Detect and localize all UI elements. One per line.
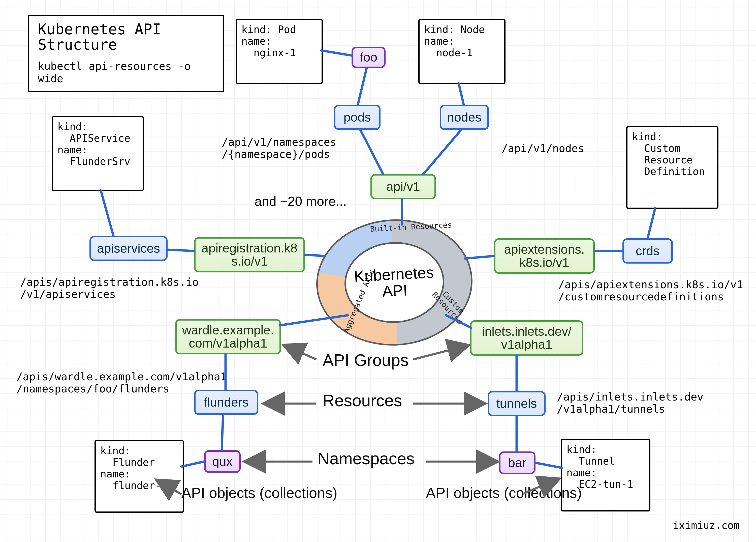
- card-flunder: kind: Flunder name: flunder-1: [95, 440, 184, 513]
- legend-api-groups: API Groups: [323, 351, 408, 370]
- legend-api-objects-left: API objects (collections): [181, 484, 337, 501]
- box-foo: foo: [352, 47, 386, 68]
- stack-pod: kind: Pod name: nginx-1: [236, 19, 311, 74]
- card-apiservice: kind: APIService name: FlunderSrv: [52, 116, 144, 191]
- card-crd: kind: Custom Resource Definition: [626, 126, 718, 209]
- box-nodes: nodes: [440, 105, 489, 130]
- path-crds: /apis/apiextensions.k8s.io/v1 /customres…: [558, 279, 743, 303]
- path-nodes: /api/v1/nodes: [501, 142, 584, 155]
- box-pods: pods: [334, 105, 381, 130]
- legend-api-objects-right: API objects (collections): [426, 484, 582, 501]
- box-bar: bar: [499, 452, 535, 474]
- box-inlets: inlets.inlets.dev/ v1alpha1: [470, 320, 583, 356]
- box-crds: crds: [622, 238, 673, 263]
- box-apiregistration: apiregistration.k8 s.io/v1: [194, 237, 305, 273]
- path-wardle: /apis/wardle.example.com/v1alpha1 /names…: [16, 371, 227, 395]
- path-pods: /api/v1/namespaces /{namespace}/pods: [222, 136, 336, 161]
- card-pod: kind: Pod name: nginx-1: [236, 19, 323, 84]
- card-node: kind: Node name: node-1: [418, 19, 506, 84]
- stack-node: kind: Node name: node-1: [418, 19, 494, 74]
- kubernetes-api-donut: Kubernetes API Built-in Resources Custom…: [313, 215, 476, 350]
- title-card: Kubernetes API Structure kubectl api-res…: [28, 15, 224, 92]
- box-apiv1: api/v1: [370, 174, 436, 199]
- path-inlets: /apis/inlets.inlets.dev /v1alpha1/tunnel…: [557, 391, 704, 415]
- stack-apiservice: kind: APIService name: FlunderSrv: [52, 116, 132, 181]
- attribution: iximiuz.com: [673, 520, 740, 531]
- box-tunnels: tunnels: [488, 391, 546, 416]
- stack-flunder: kind: Flunder name: flunder-1: [95, 440, 173, 503]
- box-apiextensions: apiextensions. k8s.io/v1: [494, 238, 595, 274]
- legend-namespaces: Namespaces: [318, 449, 415, 468]
- box-wardle: wardle.example. com/v1alpha1: [175, 319, 281, 354]
- path-apiservices: /apis/apiregistration.k8s.io /v1/apiserv…: [20, 276, 199, 301]
- box-apiservices: apiservices: [89, 236, 168, 261]
- legend-resources: Resources: [323, 391, 402, 410]
- stack-crd: kind: Custom Resource Definition: [626, 126, 707, 199]
- diagram-title: Kubernetes API Structure: [38, 22, 214, 52]
- box-qux: qux: [204, 450, 241, 473]
- note-and-more: and ~20 more...: [255, 194, 347, 208]
- kubectl-command: kubectl api-resources -o wide: [38, 60, 214, 85]
